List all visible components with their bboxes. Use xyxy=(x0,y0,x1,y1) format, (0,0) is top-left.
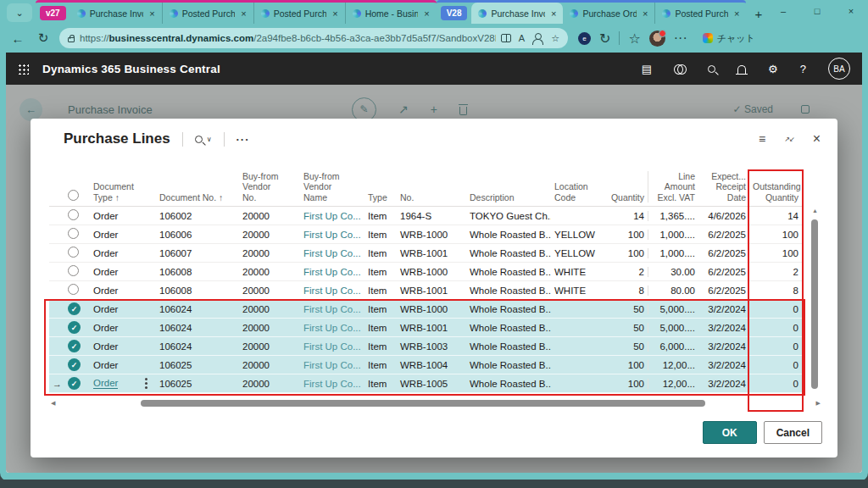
browser-tab[interactable]: Purchase Invoi× xyxy=(70,3,162,24)
cell-document-no[interactable]: 106024 xyxy=(156,341,239,352)
scroll-left-icon[interactable]: ◀ xyxy=(51,400,55,407)
cell-type[interactable]: Item xyxy=(364,286,397,296)
tab-close-icon[interactable]: × xyxy=(331,8,339,19)
row-checkbox[interactable] xyxy=(64,209,90,222)
row-checkbox[interactable] xyxy=(64,247,90,259)
row-checkbox[interactable] xyxy=(64,228,90,241)
cell-outstanding-quantity[interactable]: 100 xyxy=(749,248,802,258)
browser-essentials-icon[interactable]: ↻ xyxy=(599,30,610,47)
extension-icon[interactable]: e xyxy=(578,32,591,45)
list-view-icon[interactable]: ≡ xyxy=(759,132,765,146)
cell-document-no[interactable]: 106024 xyxy=(156,323,239,333)
cell-quantity[interactable]: 100 xyxy=(602,248,648,258)
tab-close-icon[interactable]: × xyxy=(239,8,248,19)
tab-close-icon[interactable]: × xyxy=(641,8,649,19)
cell-receipt-date[interactable]: 6/2/2025 xyxy=(698,267,749,277)
tab-group-badge[interactable]: v27 xyxy=(40,6,66,20)
cell-outstanding-quantity[interactable]: 0 xyxy=(749,341,802,352)
cell-type[interactable]: Item xyxy=(364,360,397,370)
column-header[interactable]: Quantity xyxy=(602,192,648,203)
cell-description[interactable]: Whole Roasted B... xyxy=(466,323,551,333)
cell-line-amount[interactable]: 5,000.... xyxy=(648,323,698,333)
minimize-button[interactable]: – xyxy=(766,0,800,22)
cell-document-type[interactable]: Order xyxy=(90,341,156,352)
cell-document-type[interactable]: Order xyxy=(90,378,156,389)
cell-quantity[interactable]: 50 xyxy=(602,304,648,314)
cell-location-code[interactable]: YELLOW xyxy=(551,230,602,240)
cell-quantity[interactable]: 50 xyxy=(602,341,648,352)
cell-vendor-no[interactable]: 20000 xyxy=(239,286,300,296)
app-launcher-icon[interactable] xyxy=(18,64,29,75)
cell-receipt-date[interactable]: 6/2/2025 xyxy=(698,286,749,296)
help-icon[interactable]: ? xyxy=(800,63,806,75)
cell-document-type[interactable]: Order xyxy=(90,304,156,314)
vertical-scrollbar[interactable]: ▲ xyxy=(811,208,819,401)
copilot-chat-button[interactable]: チャット xyxy=(696,30,762,47)
cell-document-type[interactable]: Order xyxy=(90,286,156,296)
tab-close-icon[interactable]: × xyxy=(549,8,558,19)
browser-tab[interactable]: Home - Busine× xyxy=(345,3,437,24)
dialog-more-options-icon[interactable]: ··· xyxy=(236,133,250,146)
cell-item-no[interactable]: 1964-S xyxy=(397,211,466,221)
table-row[interactable]: Order10600820000First Up Co...ItemWRB-10… xyxy=(49,281,802,300)
cell-vendor-no[interactable]: 20000 xyxy=(239,323,300,333)
cell-quantity[interactable]: 100 xyxy=(602,379,648,389)
cell-quantity[interactable]: 8 xyxy=(602,286,648,296)
cell-receipt-date[interactable]: 3/2/2024 xyxy=(698,323,749,333)
cell-type[interactable]: Item xyxy=(364,248,397,258)
cell-quantity[interactable]: 50 xyxy=(602,323,648,333)
tab-close-icon[interactable]: × xyxy=(732,8,741,19)
dialog-close-icon[interactable]: × xyxy=(813,131,821,147)
cell-vendor-name[interactable]: First Up Co... xyxy=(300,323,364,333)
table-row[interactable]: ✓Order10602420000First Up Co...ItemWRB-1… xyxy=(49,337,802,356)
column-header[interactable]: Outstanding Quantity xyxy=(749,181,802,202)
cell-line-amount[interactable]: 1,365.... xyxy=(648,211,698,221)
column-header[interactable]: Expect... Receipt Date xyxy=(698,171,749,203)
cell-document-type[interactable]: Order xyxy=(90,323,156,333)
column-header[interactable]: Location Code xyxy=(551,181,602,202)
cell-line-amount[interactable]: 5,000.... xyxy=(648,304,698,314)
cell-document-no[interactable]: 106002 xyxy=(156,211,239,221)
cell-line-amount[interactable]: 12,00... xyxy=(648,360,698,370)
horizontal-scrollbar-thumb[interactable] xyxy=(141,400,705,407)
table-row[interactable]: Order10600620000First Up Co...ItemWRB-10… xyxy=(49,225,802,244)
cell-line-amount[interactable]: 12,00... xyxy=(648,379,698,389)
cell-item-no[interactable]: WRB-1001 xyxy=(397,323,466,333)
cell-vendor-name[interactable]: First Up Co... xyxy=(300,341,364,352)
cell-outstanding-quantity[interactable]: 0 xyxy=(749,304,802,314)
cell-type[interactable]: Item xyxy=(364,230,397,240)
cell-document-no[interactable]: 106025 xyxy=(156,379,239,389)
cell-description[interactable]: Whole Roasted B... xyxy=(466,267,551,277)
settings-gear-icon[interactable]: ⚙ xyxy=(768,63,778,75)
cell-outstanding-quantity[interactable]: 2 xyxy=(749,267,802,277)
collapse-window-icon[interactable]: ↗↙ xyxy=(784,136,793,143)
cell-quantity[interactable]: 100 xyxy=(602,230,648,240)
row-checkbox[interactable] xyxy=(64,265,90,278)
cell-type[interactable]: Item xyxy=(364,267,397,277)
tab-close-icon[interactable]: × xyxy=(147,8,156,19)
cell-document-no[interactable]: 106025 xyxy=(156,360,239,370)
favorites-bar-icon[interactable]: ☆ xyxy=(628,30,640,47)
table-row[interactable]: Order10600820000First Up Co...ItemWRB-10… xyxy=(49,263,802,281)
cell-vendor-no[interactable]: 20000 xyxy=(239,379,300,389)
column-header[interactable]: Buy-from Vendor No. xyxy=(239,171,300,203)
cell-document-type[interactable]: Order xyxy=(90,267,156,277)
app-search-icon[interactable] xyxy=(708,65,715,73)
cell-receipt-date[interactable]: 6/2/2025 xyxy=(698,230,749,240)
cell-vendor-name[interactable]: First Up Co... xyxy=(300,267,364,277)
browser-menu-icon[interactable]: ··· xyxy=(674,30,687,46)
row-checkbox[interactable]: ✓ xyxy=(64,358,90,371)
window-close-button[interactable]: × xyxy=(834,0,868,22)
cell-document-no[interactable]: 106008 xyxy=(156,267,239,277)
cell-outstanding-quantity[interactable]: 100 xyxy=(749,230,802,240)
cell-document-no[interactable]: 106006 xyxy=(156,230,239,240)
cell-document-type[interactable]: Order xyxy=(90,230,156,240)
cell-vendor-name[interactable]: First Up Co... xyxy=(300,286,364,296)
back-icon[interactable]: ← xyxy=(8,31,27,46)
ok-button[interactable]: OK xyxy=(703,421,757,444)
cell-document-type[interactable]: Order xyxy=(90,211,156,221)
cell-item-no[interactable]: WRB-1003 xyxy=(397,341,466,352)
refresh-icon[interactable]: ↻ xyxy=(34,30,53,46)
scroll-up-icon[interactable]: ▲ xyxy=(812,208,818,214)
column-header[interactable]: Buy-from Vendor Name xyxy=(300,171,364,203)
